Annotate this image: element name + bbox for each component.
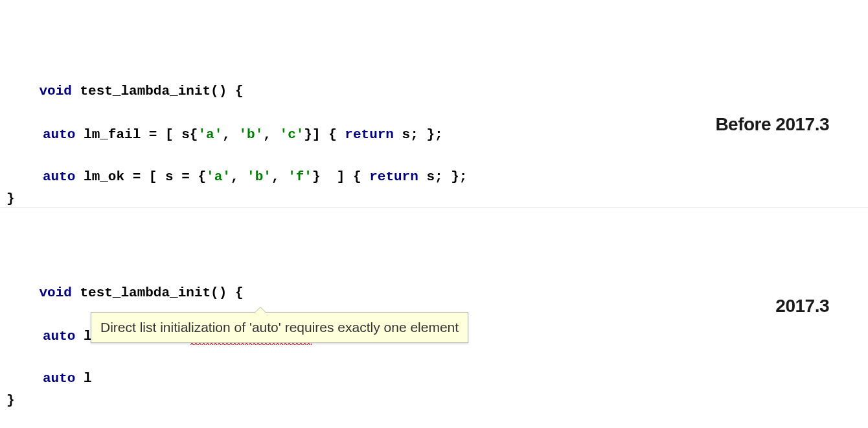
keyword: void	[39, 285, 71, 300]
char-literal: 'b'	[247, 169, 271, 184]
keyword: void	[39, 84, 71, 99]
blank-line	[6, 347, 868, 368]
variable: lm_fail	[84, 127, 141, 142]
code-panel-before: void test_lambda_init() { auto lm_fail =…	[0, 0, 868, 208]
code-line[interactable]: auto l	[6, 368, 868, 390]
char-literal: 'b'	[239, 127, 264, 142]
panel-label-after: 2017.3	[775, 292, 829, 321]
char-literal: 'a'	[206, 169, 231, 184]
function-name: test_lambda_init	[80, 285, 211, 300]
code-panel-after: void test_lambda_init() { auto lm_fail =…	[0, 208, 868, 412]
char-literal: 'a'	[198, 127, 222, 142]
variable: lm_ok	[84, 169, 124, 184]
keyword: return	[345, 127, 394, 142]
char-literal: 'f'	[288, 169, 312, 184]
blank-line	[6, 145, 868, 166]
keyword: auto	[43, 169, 75, 184]
keyword: auto	[43, 127, 75, 142]
error-tooltip: Direct list initialization of 'auto' req…	[91, 312, 468, 343]
panel-label-before: Before 2017.3	[715, 110, 829, 139]
char-literal: 'c'	[280, 127, 304, 142]
keyword: auto	[43, 371, 75, 386]
keyword: auto	[43, 329, 75, 344]
variable: l	[84, 371, 92, 386]
keyword: return	[369, 169, 418, 184]
code-line[interactable]: auto lm_ok = [ s = {'a', 'b', 'f'} ] { r…	[6, 166, 868, 188]
close-brace: }	[6, 393, 15, 408]
punct: = [ s = {	[124, 169, 206, 184]
punct: () {	[211, 285, 243, 300]
tooltip-text: Direct list initialization of 'auto' req…	[100, 320, 459, 335]
function-name: test_lambda_init	[80, 84, 211, 99]
code-line[interactable]: }	[6, 188, 868, 210]
punct: () {	[211, 84, 243, 99]
close-brace: }	[6, 191, 15, 206]
code-line[interactable]: }	[6, 390, 868, 412]
punct: = [ s{	[141, 127, 198, 142]
